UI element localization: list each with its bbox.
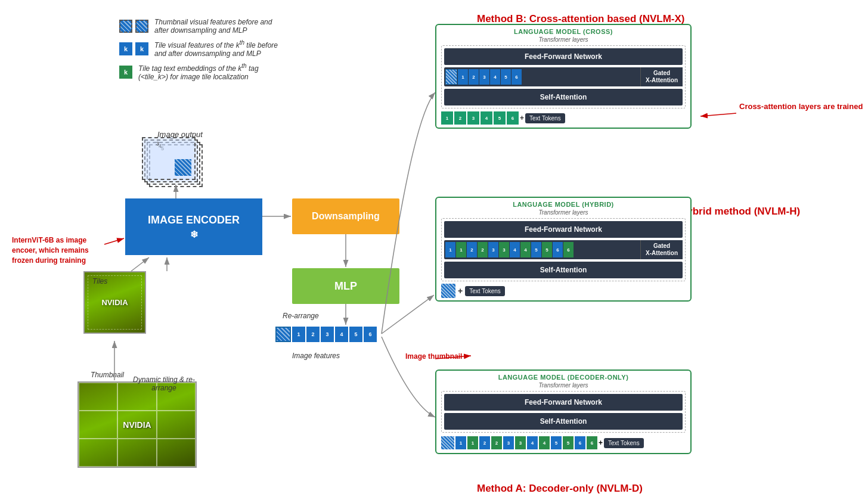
gated-thumb-cross bbox=[445, 69, 457, 85]
lm-decoder-transformer: Feed-Forward Network Self-Attention bbox=[441, 391, 686, 433]
lm-decoder-box: LANGUAGE MODEL (DECODER-ONLY) Transforme… bbox=[435, 370, 692, 454]
gated-t1: 1 bbox=[458, 69, 468, 85]
cross-attention-label: Cross-attention layers are trained bbox=[739, 101, 863, 112]
nvidia-thumb-logo: NVIDIA bbox=[101, 298, 128, 307]
legend-text-1: Thumbnail visual features before and aft… bbox=[154, 18, 286, 35]
lm-hybrid-transformer: Feed-Forward Network 1 1 2 2 3 3 4 4 5 5… bbox=[441, 218, 686, 281]
lm-hybrid-sa: Self-Attention bbox=[444, 262, 683, 278]
dec-g5: 5 bbox=[563, 436, 574, 449]
diagram-container: Thumbnail visual features before and aft… bbox=[0, 0, 868, 503]
lm-cross-gated-row: 1 2 3 4 5 6 GatedX-Attention bbox=[444, 67, 683, 86]
plus-decoder: + bbox=[599, 439, 603, 447]
h-g6: 6 bbox=[563, 242, 574, 257]
text-tokens-cross: Text Tokens bbox=[525, 113, 565, 123]
plus-hybrid: + bbox=[458, 286, 463, 296]
hybrid-thumb-icon bbox=[441, 284, 455, 298]
gated-label-cross: GatedX-Attention bbox=[640, 67, 683, 86]
lm-hybrid-title: LANGUAGE MODEL (HYBRID) bbox=[436, 198, 690, 209]
lm-cross-ffn: Feed-Forward Network bbox=[444, 48, 683, 65]
hybrid-label: Hybrid method (NVLM-H) bbox=[680, 206, 800, 218]
token-4: 4 bbox=[335, 327, 348, 342]
svg-line-12 bbox=[104, 238, 124, 244]
lm-hybrid-ffn: Feed-Forward Network bbox=[444, 221, 683, 238]
token-3: 3 bbox=[321, 327, 334, 342]
dec-t5: 5 bbox=[551, 436, 562, 449]
plus-cross: + bbox=[520, 114, 524, 122]
gated-t4: 4 bbox=[490, 69, 500, 85]
mlp-label: MLP bbox=[334, 280, 357, 293]
method-a-label: Method A: Decoder-only (NVLM-D) bbox=[477, 483, 643, 495]
lm-decoder-subtitle: Transformer layers bbox=[436, 382, 690, 389]
text-tokens-hybrid: Text Tokens bbox=[465, 286, 505, 296]
lm-hybrid-box: LANGUAGE MODEL (HYBRID) Transformer laye… bbox=[435, 197, 692, 302]
token-6: 6 bbox=[364, 327, 377, 342]
h-t5a: 5 bbox=[531, 242, 541, 257]
lm-cross-title: LANGUAGE MODEL (CROSS) bbox=[436, 25, 690, 36]
nvidia-main-logo: NVIDIA bbox=[123, 420, 151, 430]
label-dynamic-tiling: Dynamic tiling & re-arrange bbox=[131, 375, 197, 392]
dec-t3: 3 bbox=[503, 436, 514, 449]
h-t4a: 4 bbox=[510, 242, 520, 257]
legend-item-1: Thumbnail visual features before and aft… bbox=[119, 18, 286, 35]
dec-g3: 3 bbox=[515, 436, 526, 449]
dec-g6: 6 bbox=[587, 436, 597, 449]
text-tokens-decoder: Text Tokens bbox=[604, 438, 644, 448]
downsampling-label: Downsampling bbox=[312, 211, 380, 222]
label-thumbnail: Thumbnail bbox=[91, 371, 124, 379]
grid-cell-9 bbox=[157, 439, 196, 467]
h-t6a: 6 bbox=[553, 242, 563, 257]
dec-g1: 1 bbox=[467, 436, 478, 449]
grid-cell-1 bbox=[79, 383, 117, 411]
lm-decoder-tokens: 1 1 2 2 3 3 4 4 5 5 6 6 + Text Tokens bbox=[436, 433, 690, 453]
token-1: 1 bbox=[292, 327, 305, 342]
h-g1: 1 bbox=[456, 242, 466, 257]
bottom-t4: 4 bbox=[480, 111, 492, 125]
legend-icon-1 bbox=[119, 20, 148, 33]
legend: Thumbnail visual features before and aft… bbox=[119, 18, 286, 81]
gated-t3: 3 bbox=[479, 69, 489, 85]
gated-t2: 2 bbox=[469, 69, 479, 85]
grid-cell-7 bbox=[79, 439, 117, 467]
h-t1a: 1 bbox=[445, 242, 455, 257]
h-g2: 2 bbox=[478, 242, 488, 257]
image-encoder-label: IMAGE ENCODER bbox=[148, 214, 240, 226]
lm-cross-transformer: Feed-Forward Network 1 2 3 4 5 6 GatedX-… bbox=[441, 45, 686, 108]
dec-g4: 4 bbox=[539, 436, 550, 449]
token-5: 5 bbox=[349, 327, 362, 342]
legend-item-3: k Tile tag text embeddings of the kth ta… bbox=[119, 63, 286, 81]
token-2: 2 bbox=[306, 327, 320, 342]
h-g3: 3 bbox=[499, 242, 509, 257]
image-features-tokens: 1 2 3 4 5 6 bbox=[275, 327, 377, 342]
label-image-features: Image features bbox=[292, 352, 340, 360]
nvidia-main-image: NVIDIA bbox=[78, 381, 197, 468]
grid-cell-6 bbox=[157, 411, 196, 439]
grid-cell-4 bbox=[79, 411, 117, 439]
gated-t6: 6 bbox=[512, 69, 522, 85]
lm-cross-tokens-bottom: 1 2 3 4 5 6 + Text Tokens bbox=[436, 108, 690, 128]
dec-t1: 1 bbox=[455, 436, 466, 449]
lm-hybrid-gated-row: 1 1 2 2 3 3 4 4 5 5 6 6 GatedX-Attention bbox=[444, 240, 683, 259]
mlp-block: MLP bbox=[292, 268, 399, 304]
gated-label-hybrid: GatedX-Attention bbox=[640, 240, 683, 259]
svg-line-11 bbox=[700, 113, 736, 116]
h-t2a: 2 bbox=[467, 242, 477, 257]
h-g5: 5 bbox=[542, 242, 552, 257]
dec-t2: 2 bbox=[479, 436, 490, 449]
thumb-token bbox=[275, 327, 291, 342]
image-output-stack: 5 4 3 bbox=[142, 137, 207, 194]
legend-item-2: k k Tile visual features of the kth tile… bbox=[119, 39, 286, 58]
bottom-t2: 2 bbox=[454, 111, 466, 125]
grid-cell-8 bbox=[117, 439, 156, 467]
svg-line-5 bbox=[131, 257, 149, 271]
downsampling-block: Downsampling bbox=[292, 198, 399, 234]
legend-text-2: Tile visual features of the kth tile bef… bbox=[154, 39, 286, 58]
h-g4: 4 bbox=[520, 242, 531, 257]
lm-cross-box: LANGUAGE MODEL (CROSS) Transformer layer… bbox=[435, 24, 692, 129]
image-thumbnail-annotation: Image thumbnail bbox=[405, 352, 462, 362]
lm-decoder-sa: Self-Attention bbox=[444, 413, 683, 430]
label-re-arrange: Re-arrange bbox=[283, 312, 319, 320]
dec-t6: 6 bbox=[575, 436, 585, 449]
bottom-t1: 1 bbox=[441, 111, 453, 125]
bottom-t3: 3 bbox=[467, 111, 479, 125]
method-b-label: Method B: Cross-attention based (NVLM-X) bbox=[477, 13, 685, 25]
